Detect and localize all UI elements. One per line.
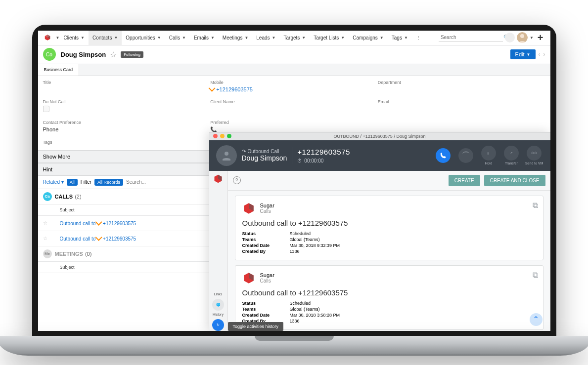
call-avatar-icon (216, 145, 237, 166)
search-input[interactable] (441, 35, 503, 40)
call-timer: ⏱00:00:00 (297, 158, 350, 163)
dial-button[interactable] (436, 148, 451, 163)
window-minimize-icon[interactable] (220, 134, 225, 138)
department-label: Department (378, 80, 545, 85)
open-external-icon[interactable]: ⧉ (533, 271, 538, 280)
rail-history-button[interactable]: ↻ (212, 319, 224, 331)
next-record-icon[interactable]: › (543, 51, 545, 58)
mobile-value[interactable]: +12129603575 (210, 86, 378, 92)
nav-more-icon[interactable]: ⋮ (412, 31, 425, 45)
create-bar: ? CREATE CREATE AND CLOSE (228, 171, 550, 191)
pill-all-records[interactable]: All Records (94, 179, 123, 186)
create-and-close-button[interactable]: CREATE AND CLOSE (484, 175, 545, 186)
edit-button[interactable]: Edit▼ (510, 49, 536, 59)
user-avatar[interactable] (517, 32, 528, 43)
activity-title: Outbound call to +12129603575 (242, 219, 536, 227)
client-label: Client Name (210, 99, 378, 104)
call-contact-name: Doug Simpson (242, 154, 287, 162)
call-window: OUTBOUND / +12129603575 / Doug Simpson ↷… (209, 132, 550, 331)
col-subject[interactable]: Subject (60, 207, 75, 212)
favorite-star-icon[interactable]: ☆ (43, 220, 47, 226)
open-external-icon[interactable]: ⧉ (533, 201, 538, 210)
prev-record-icon[interactable]: ‹ (539, 51, 541, 58)
window-title: OUTBOUND / +12129603575 / Doug Simpson (209, 134, 550, 139)
send-vm-button[interactable]: ⊙⊙ (527, 146, 542, 161)
filter-label: Filter (81, 179, 91, 185)
rail-history-label: History (213, 313, 224, 316)
module-cube-icon (242, 272, 255, 284)
window-zoom-icon[interactable] (227, 134, 231, 138)
nav-item-targets[interactable]: Targets▼ (279, 31, 310, 45)
module-cube-icon (242, 202, 255, 215)
activity-title: Outbound call to +12129603575 (242, 288, 536, 297)
activity-card[interactable]: ⧉SugarCallsOutbound call to +12129603575… (235, 265, 543, 330)
following-badge[interactable]: Following (121, 51, 143, 58)
call-side-rail: Links 🌐 History ↻ (209, 171, 228, 331)
calls-badge-icon: Ca (43, 192, 52, 201)
title-label: Title (43, 80, 211, 85)
rail-links-button[interactable]: 🌐 (212, 299, 224, 311)
dial-icon[interactable] (95, 234, 102, 241)
stopwatch-icon: ⏱ (297, 158, 302, 163)
user-caret-icon[interactable]: ▼ (530, 36, 534, 40)
nav-item-clients[interactable]: Clients▼ (59, 31, 89, 45)
nav-item-meetings[interactable]: Meetings▼ (219, 31, 253, 45)
create-button[interactable]: CREATE (449, 175, 480, 186)
favorite-star-icon[interactable]: ☆ (110, 50, 117, 59)
dnc-label: Do Not Call (43, 99, 211, 104)
record-header: Co Doug Simpson ☆ Following Edit▼ ‹ › (38, 45, 550, 64)
notifications-button[interactable] (505, 33, 515, 42)
app-logo-icon[interactable] (213, 174, 223, 184)
help-icon[interactable]: ? (233, 176, 241, 184)
logo-caret-icon[interactable]: ▼ (56, 36, 60, 40)
transfer-button[interactable]: ↗ (504, 146, 519, 161)
call-direction: ↷Outbound Call (242, 149, 287, 154)
nav-item-campaigns[interactable]: Campaigns▼ (349, 31, 388, 45)
call-header: ↷Outbound Call Doug Simpson +12129603575… (209, 140, 550, 171)
nav-item-leads[interactable]: Leads▼ (252, 31, 279, 45)
rail-links-label: Links (214, 292, 222, 296)
dial-icon[interactable] (95, 218, 102, 225)
nav-item-tags[interactable]: Tags▼ (388, 31, 412, 45)
nav-item-emails[interactable]: Emails▼ (190, 31, 219, 45)
contact-avatar: Co (43, 48, 56, 61)
related-label[interactable]: Related ▾ (43, 179, 64, 185)
nav-item-contacts[interactable]: Contacts▼ (89, 31, 122, 45)
window-titlebar: OUTBOUND / +12129603575 / Doug Simpson (209, 132, 550, 140)
favorite-star-icon[interactable]: ☆ (43, 236, 47, 241)
pill-all[interactable]: All (67, 179, 78, 186)
top-navbar: ▼ Clients▼Contacts▼Opportunities▼Calls▼E… (38, 31, 550, 45)
meetings-badge-icon: Me (43, 249, 52, 258)
call-number: +12129603575 (297, 148, 350, 156)
nav-item-target-lists[interactable]: Target Lists▼ (310, 31, 349, 45)
hangup-button[interactable]: ⏜ (458, 148, 473, 163)
activity-card[interactable]: ⧉SugarCallsOutbound call to +12129603575… (235, 196, 543, 260)
dnc-checkbox (43, 106, 49, 112)
pref-value: Phone (43, 126, 211, 132)
toggle-activities-chip[interactable]: Toggle activities history (228, 322, 284, 331)
hold-button[interactable]: ⏸ (481, 146, 496, 161)
record-tabs: Business Card (38, 64, 550, 76)
window-close-icon[interactable] (213, 134, 218, 138)
col-subject[interactable]: Subject (60, 265, 75, 270)
pref-label: Contact Preference (43, 120, 211, 125)
app-logo-icon[interactable] (44, 34, 51, 41)
contact-name: Doug Simpson (61, 51, 106, 58)
scroll-top-fab[interactable]: ⌃ (530, 313, 543, 326)
email-label: Email (378, 99, 545, 104)
quick-create-icon[interactable]: + (538, 32, 543, 43)
global-search[interactable]: 🔍 (439, 34, 503, 41)
nav-item-opportunities[interactable]: Opportunities▼ (122, 31, 165, 45)
preferred-label: Preferred (210, 120, 378, 125)
outbound-arrow-icon: ↷ (242, 149, 246, 154)
tab-business-card[interactable]: Business Card (38, 64, 80, 76)
svg-point-0 (225, 152, 228, 156)
mobile-label: Mobile (210, 80, 378, 85)
nav-item-calls[interactable]: Calls▼ (165, 31, 190, 45)
